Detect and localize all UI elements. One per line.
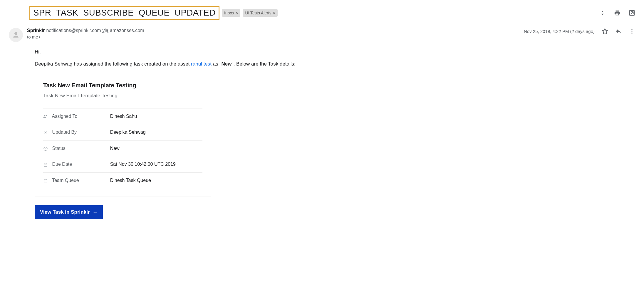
calendar-icon — [43, 162, 48, 167]
svg-rect-7 — [44, 163, 47, 166]
subject-highlighted: SPR_TASK_SUBSCRIBE_QUEUE_UPDATED — [29, 6, 219, 20]
star-icon[interactable] — [602, 28, 608, 34]
popout-icon[interactable] — [629, 10, 635, 16]
row-value: Sat Nov 30 10:42:00 UTC 2019 — [110, 156, 202, 173]
email-header-row: SPR_TASK_SUBSCRIBE_QUEUE_UPDATED Inbox ×… — [29, 6, 635, 20]
row-label: Updated By — [52, 130, 77, 135]
via-domain: amazonses.com — [110, 28, 144, 33]
table-row: Status New — [43, 140, 202, 156]
svg-point-1 — [14, 32, 17, 35]
row-label: Status — [52, 146, 65, 151]
label-text: UI Tests Alerts — [245, 11, 271, 15]
from-column: Sprinklr notifications@sprinklr.com via … — [27, 28, 520, 39]
table-row: Due Date Sat Nov 30 10:42:00 UTC 2019 — [43, 156, 202, 173]
intro-pre: Deepika Sehwag has assigned the followin… — [35, 61, 191, 67]
table-row: Updated By Deepika Sehwag — [43, 124, 202, 140]
svg-point-2 — [631, 29, 633, 30]
meta-row: Sprinklr notifications@sprinklr.com via … — [9, 28, 635, 42]
header-actions — [599, 10, 635, 16]
task-card: Task New Email Template Testing Task New… — [35, 72, 211, 197]
row-value: Dinesh Sahu — [110, 108, 202, 124]
intro-line: Deepika Sehwag has assigned the followin… — [35, 60, 635, 68]
greeting: Hi, — [35, 48, 635, 56]
email-body: Hi, Deepika Sehwag has assigned the foll… — [35, 48, 635, 219]
label-ui-tests-alerts[interactable]: UI Tests Alerts × — [243, 9, 278, 17]
row-value: New — [110, 140, 202, 156]
via-label: via — [103, 28, 108, 33]
arrow-right-icon: → — [93, 209, 98, 215]
asset-link[interactable]: rahul test — [191, 61, 212, 67]
expand-collapse-icon[interactable] — [599, 10, 606, 16]
row-label: Assigned To — [52, 114, 78, 119]
task-table: Assigned To Dinesh Sahu Updated By Deepi… — [43, 108, 202, 188]
queue-icon — [43, 178, 48, 183]
svg-point-4 — [631, 33, 633, 34]
print-icon[interactable] — [614, 10, 620, 16]
task-subtitle: Task New Email Template Testing — [43, 92, 202, 100]
row-label: Due Date — [52, 162, 72, 167]
status-icon — [43, 146, 48, 151]
svg-point-5 — [45, 131, 46, 133]
more-icon[interactable] — [629, 28, 635, 34]
task-title: Task New Email Template Testing — [43, 81, 202, 90]
timestamp: Nov 25, 2019, 4:22 PM (2 days ago) — [524, 29, 595, 34]
intro-post: ". Below are the Task details: — [232, 61, 295, 67]
table-row: Team Queue Dinesh Task Queue — [43, 172, 202, 188]
svg-point-3 — [631, 31, 633, 32]
label-text: Inbox — [224, 11, 234, 15]
cta-label: View Task in Sprinklr — [40, 209, 90, 215]
close-icon[interactable]: × — [273, 10, 275, 16]
table-row: Assigned To Dinesh Sahu — [43, 108, 202, 124]
view-task-button[interactable]: View Task in Sprinklr → — [35, 205, 103, 219]
to-text: to me — [27, 34, 38, 39]
person-icon — [43, 130, 48, 135]
row-value: Dinesh Task Queue — [110, 172, 202, 188]
label-inbox[interactable]: Inbox × — [222, 9, 241, 17]
reply-icon[interactable] — [615, 28, 622, 34]
sender-email: notifications@sprinklr.com — [46, 28, 101, 33]
avatar[interactable] — [9, 28, 23, 42]
sender-name: Sprinklr — [27, 28, 45, 33]
close-icon[interactable]: × — [235, 10, 238, 16]
status-bold: New — [221, 61, 232, 67]
intro-mid: as " — [212, 61, 221, 67]
svg-rect-8 — [44, 180, 47, 182]
to-line[interactable]: to me ▾ — [27, 34, 520, 39]
from-line: Sprinklr notifications@sprinklr.com via … — [27, 28, 520, 33]
chevron-down-icon[interactable]: ▾ — [39, 35, 40, 38]
meta-right: Nov 25, 2019, 4:22 PM (2 days ago) — [524, 28, 635, 34]
row-value: Deepika Sehwag — [110, 124, 202, 140]
people-icon — [43, 114, 48, 119]
row-label: Team Queue — [52, 178, 79, 183]
